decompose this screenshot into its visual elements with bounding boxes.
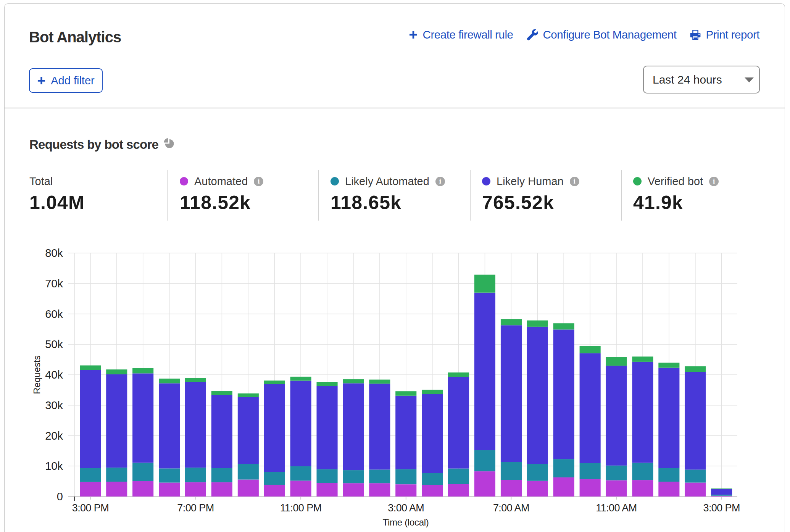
svg-text:20k: 20k <box>45 430 63 442</box>
svg-text:50k: 50k <box>45 338 63 350</box>
svg-text:3:00 PM: 3:00 PM <box>72 502 109 514</box>
svg-text:Time (local): Time (local) <box>383 517 429 527</box>
svg-text:40k: 40k <box>45 369 63 381</box>
svg-text:11:00 AM: 11:00 AM <box>596 502 637 514</box>
svg-text:80k: 80k <box>45 247 63 259</box>
svg-text:3:00 PM: 3:00 PM <box>703 502 740 514</box>
svg-text:7:00 PM: 7:00 PM <box>177 502 214 514</box>
svg-text:7:00 AM: 7:00 AM <box>493 502 529 514</box>
svg-text:0: 0 <box>57 490 63 503</box>
svg-text:60k: 60k <box>45 308 63 320</box>
svg-text:3:00 AM: 3:00 AM <box>388 502 424 514</box>
svg-text:11:00 PM: 11:00 PM <box>280 502 322 514</box>
svg-text:30k: 30k <box>45 399 63 411</box>
svg-text:70k: 70k <box>45 277 63 290</box>
svg-text:Requests: Requests <box>32 355 42 394</box>
svg-text:10k: 10k <box>45 460 63 472</box>
